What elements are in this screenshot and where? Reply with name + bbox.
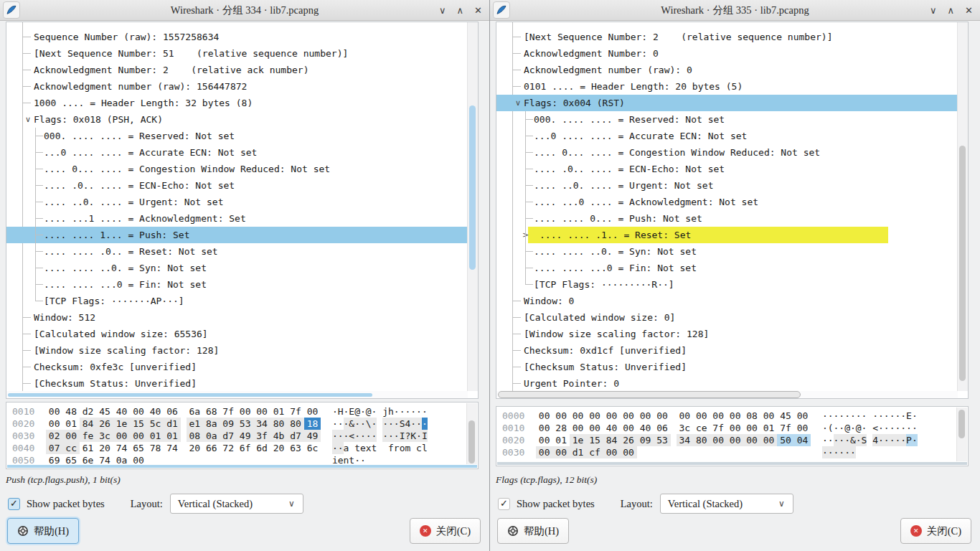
ascii-char[interactable]: · bbox=[360, 405, 366, 418]
ascii-char[interactable]: · bbox=[890, 422, 895, 434]
ascii-char[interactable]: · bbox=[834, 422, 839, 434]
tree-row[interactable]: Checksum: 0xd1cf [unverified] bbox=[496, 342, 958, 359]
ascii-char[interactable]: E bbox=[906, 410, 912, 422]
hex-byte[interactable]: 6c bbox=[304, 442, 321, 454]
packet-detail-tree[interactable]: [Next Sequence Number: 2 (relative seque… bbox=[496, 22, 969, 399]
ascii-char[interactable]: · bbox=[878, 434, 884, 446]
ascii-char[interactable]: t bbox=[354, 442, 360, 454]
ascii-char[interactable]: · bbox=[850, 446, 856, 458]
ascii-char[interactable]: · bbox=[422, 405, 428, 418]
ascii-char[interactable]: \ bbox=[366, 418, 372, 430]
hex-row[interactable]: 001000280000400040063cce7f0000017f00·(··… bbox=[502, 422, 968, 434]
close-window-icon[interactable]: ✕ bbox=[965, 5, 973, 16]
hex-byte[interactable]: 00 bbox=[253, 405, 270, 418]
ascii-char[interactable]: · bbox=[900, 410, 906, 422]
ascii-char[interactable]: · bbox=[884, 434, 890, 446]
tree-horizontal-scrollbar[interactable] bbox=[6, 391, 468, 398]
hex-byte[interactable]: 48 bbox=[62, 405, 79, 418]
ascii-char[interactable]: · bbox=[416, 418, 422, 430]
tree-row[interactable]: [Checksum Status: Unverified] bbox=[496, 359, 958, 375]
ascii-char[interactable]: j bbox=[382, 405, 388, 418]
hex-byte[interactable]: 00 bbox=[586, 422, 603, 434]
ascii-char[interactable]: · bbox=[828, 446, 834, 458]
ascii-char[interactable]: · bbox=[912, 410, 918, 422]
hex-horizontal-scrollbar[interactable] bbox=[7, 465, 477, 468]
ascii-char[interactable]: · bbox=[912, 422, 918, 434]
tree-row[interactable]: .... .... ...0 = Fin: Not set bbox=[6, 276, 468, 293]
ascii-char[interactable]: · bbox=[388, 418, 394, 430]
hex-byte[interactable]: 5c bbox=[147, 418, 164, 430]
ascii-char[interactable]: · bbox=[839, 410, 844, 422]
close-button[interactable]: ✕ 关闭(C) bbox=[900, 518, 971, 544]
ascii-char[interactable]: · bbox=[884, 422, 890, 434]
tree-row[interactable]: ...0 .... .... = Accurate ECN: Not set bbox=[6, 144, 468, 161]
hex-byte[interactable]: 74 bbox=[164, 442, 180, 454]
ascii-char[interactable]: S bbox=[400, 418, 405, 430]
hex-byte[interactable]: 40 bbox=[603, 422, 620, 434]
tree-row[interactable]: Sequence Number (raw): 1557258634 bbox=[6, 29, 468, 45]
ascii-char[interactable]: m bbox=[405, 442, 410, 454]
tree-row[interactable]: [Next Sequence Number: 2 (relative seque… bbox=[496, 29, 958, 45]
tree-row[interactable]: [Calculated window size: 65536] bbox=[6, 326, 468, 342]
ascii-char[interactable]: · bbox=[416, 430, 422, 442]
hex-byte[interactable]: cc bbox=[62, 442, 79, 454]
ascii-char[interactable]: · bbox=[344, 405, 349, 418]
tree-row[interactable]: ...0 .... .... = Accurate ECN: Not set bbox=[496, 128, 958, 144]
ascii-char[interactable]: · bbox=[900, 434, 906, 446]
ascii-char[interactable]: · bbox=[416, 405, 422, 418]
hex-byte[interactable]: 00 bbox=[46, 405, 62, 418]
ascii-char[interactable]: · bbox=[890, 434, 895, 446]
help-button[interactable]: 帮助(H) bbox=[7, 518, 79, 544]
hex-byte[interactable]: 6f bbox=[237, 442, 253, 454]
ascii-char[interactable]: < bbox=[872, 422, 878, 434]
hex-byte[interactable]: 00 bbox=[603, 446, 620, 458]
tree-row[interactable]: .... ...0 .... = Acknowledgment: Not set bbox=[496, 194, 958, 210]
ascii-char[interactable]: x bbox=[366, 442, 372, 454]
layout-select[interactable]: Vertical (Stacked) ∨ bbox=[660, 494, 793, 514]
ascii-char[interactable]: · bbox=[382, 430, 388, 442]
ascii-char[interactable]: a bbox=[344, 442, 349, 454]
hex-byte[interactable]: 00 bbox=[536, 446, 552, 458]
hex-row[interactable]: 00100048d245400040066a687f0000017f00·H·E… bbox=[12, 405, 478, 418]
hex-byte[interactable]: 06 bbox=[654, 422, 670, 434]
tree-row[interactable]: 000. .... .... = Reserved: Not set bbox=[496, 111, 958, 128]
hex-byte[interactable]: 84 bbox=[603, 434, 620, 446]
hex-byte[interactable]: ce bbox=[693, 422, 710, 434]
ascii-char[interactable]: ( bbox=[828, 422, 834, 434]
hex-byte[interactable]: 18 bbox=[304, 418, 321, 430]
tree-row[interactable]: ∨Flags: 0x004 (RST) bbox=[496, 95, 958, 111]
hex-byte[interactable]: 80 bbox=[693, 434, 710, 446]
ascii-char[interactable]: < bbox=[349, 430, 354, 442]
ascii-char[interactable]: K bbox=[410, 430, 416, 442]
tree-row[interactable]: .... .0.. .... = ECN-Echo: Not set bbox=[496, 161, 958, 177]
tree-row[interactable]: .... ..0. .... = Urgent: Not set bbox=[6, 194, 468, 210]
ascii-char[interactable]: · bbox=[890, 410, 895, 422]
hex-byte[interactable]: 00 bbox=[620, 410, 636, 422]
ascii-char[interactable]: · bbox=[895, 422, 900, 434]
hex-byte[interactable]: 09 bbox=[637, 434, 654, 446]
tree-row[interactable]: .... 0... .... = Congestion Window Reduc… bbox=[6, 161, 468, 177]
hex-byte[interactable]: 80 bbox=[287, 418, 303, 430]
hex-row[interactable]: 000000000000000000000000000008004500····… bbox=[502, 410, 968, 422]
ascii-char[interactable]: · bbox=[839, 422, 844, 434]
hex-byte[interactable]: 01 bbox=[270, 405, 287, 418]
tree-row[interactable]: Acknowledgment Number: 2 (relative ack n… bbox=[6, 62, 468, 78]
maximize-window-icon[interactable]: ∧ bbox=[457, 5, 464, 16]
hex-byte[interactable]: 72 bbox=[220, 442, 236, 454]
hex-byte[interactable]: 26 bbox=[96, 418, 113, 430]
ascii-char[interactable]: · bbox=[332, 405, 338, 418]
scrollbar-thumb[interactable] bbox=[958, 410, 965, 438]
hex-byte[interactable]: 45 bbox=[96, 405, 113, 418]
ascii-char[interactable]: · bbox=[332, 418, 338, 430]
tree-row[interactable]: Acknowledgment Number: 0 bbox=[496, 45, 958, 62]
hex-byte[interactable]: 20 bbox=[187, 442, 203, 454]
ascii-char[interactable]: · bbox=[354, 430, 360, 442]
packet-detail-tree[interactable]: Sequence Number (raw): 1557258634[Next S… bbox=[6, 22, 479, 399]
ascii-char[interactable]: · bbox=[878, 422, 884, 434]
hex-byte[interactable]: 34 bbox=[253, 418, 270, 430]
tree-row[interactable]: .... .... ..0. = Syn: Not set bbox=[496, 243, 958, 260]
ascii-char[interactable]: & bbox=[850, 434, 856, 446]
tree-row[interactable]: [TCP Flags: ·······AP···] bbox=[6, 293, 468, 309]
hex-byte[interactable]: 66 bbox=[203, 442, 220, 454]
hex-byte[interactable]: 00 bbox=[552, 410, 569, 422]
